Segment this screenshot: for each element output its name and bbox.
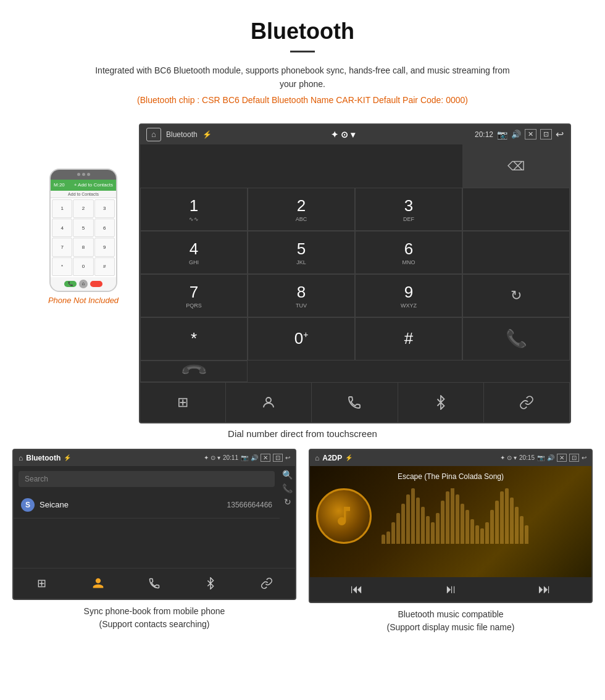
- music-song-title: Escape (The Pina Colada Song): [398, 472, 504, 481]
- screen-title-label: Bluetooth: [166, 130, 198, 139]
- keypad-toolbar-button[interactable]: ⊞: [140, 383, 226, 422]
- phone-device-image: M:20 + Add to Contacts Add to Contacts 1…: [49, 169, 117, 292]
- music-screen-title: A2DP: [322, 454, 342, 462]
- delete-button[interactable]: ⌫: [462, 144, 570, 188]
- music-vol-icon: 🔊: [547, 454, 554, 461]
- camera-icon: 📷: [497, 130, 507, 140]
- pb-caption: Sync phone-book from mobile phone (Suppo…: [12, 605, 296, 631]
- refresh-button[interactable]: ↻: [462, 274, 570, 317]
- music-bt-icon: ✦ ⊙ ▾: [500, 454, 517, 461]
- pb-contacts-btn[interactable]: [70, 569, 126, 599]
- pb-time: 20:11: [223, 454, 238, 461]
- phone-mockup: ⚡ M:20 + Add to Contacts Add to Contacts…: [34, 123, 133, 305]
- music-visualizer: [382, 488, 585, 544]
- phone-toolbar-button[interactable]: [312, 383, 398, 422]
- window-icon[interactable]: ⊡: [540, 129, 552, 140]
- pb-contact-row[interactable]: S Seicane 13566664466: [14, 492, 280, 519]
- dial-key-8[interactable]: 8TUV: [248, 274, 355, 317]
- page-description: Integrated with BC6 Bluetooth module, su…: [93, 64, 512, 91]
- music-close-icon[interactable]: ✕: [557, 454, 567, 462]
- dial-empty-1: [462, 188, 570, 231]
- music-back-icon[interactable]: ↩: [582, 454, 586, 461]
- pb-vol-icon: 🔊: [251, 454, 258, 461]
- phone-not-included-label: Phone Not Included: [34, 296, 133, 305]
- dial-key-7[interactable]: 7PQRS: [140, 274, 248, 317]
- page-title: Bluetooth: [12, 19, 593, 44]
- pb-link-btn[interactable]: [239, 569, 295, 599]
- back-icon[interactable]: ↩: [556, 128, 564, 140]
- music-time: 20:15: [519, 454, 535, 461]
- pb-status-bar: ⌂ Bluetooth ⚡ ✦ ⊙ ▾ 20:11 📷 🔊 ✕ ⊡ ↩: [14, 450, 295, 466]
- play-pause-button[interactable]: ⏯: [444, 582, 457, 596]
- pb-screen-title: Bluetooth: [26, 454, 60, 462]
- page-specs: (Bluetooth chip : CSR BC6 Default Blueto…: [12, 95, 593, 105]
- pb-right-icons: 🔍 📞 ↻: [280, 466, 295, 568]
- dial-caption: Dial number direct from touchscreen: [0, 428, 605, 439]
- bottom-screenshots: ⌂ Bluetooth ⚡ ✦ ⊙ ▾ 20:11 📷 🔊 ✕ ⊡ ↩: [0, 449, 605, 634]
- music-content: Escape (The Pina Colada Song): [310, 466, 591, 577]
- pb-contact-info: S Seicane: [21, 498, 69, 512]
- pb-keypad-btn[interactable]: ⊞: [14, 569, 70, 599]
- pb-call-side-icon[interactable]: 📞: [282, 483, 293, 493]
- call-green-button[interactable]: 📞: [462, 317, 570, 360]
- dial-key-3[interactable]: 3DEF: [355, 188, 462, 231]
- status-right: 20:12 📷 🔊 ✕ ⊡ ↩: [475, 128, 564, 140]
- pb-contact-phone: 13566664466: [227, 501, 272, 509]
- music-album-area: [316, 488, 585, 544]
- svg-point-1: [266, 398, 271, 402]
- usb-icon: ⚡: [202, 130, 212, 139]
- phonebook-screenshot-block: ⌂ Bluetooth ⚡ ✦ ⊙ ▾ 20:11 📷 🔊 ✕ ⊡ ↩: [12, 449, 296, 634]
- car-dial-screen: ⌂ Bluetooth ⚡ ✦ ⊙ ▾ 20:12 📷 🔊 ✕ ⊡ ↩ ⌫: [139, 123, 571, 423]
- phonebook-screen: ⌂ Bluetooth ⚡ ✦ ⊙ ▾ 20:11 📷 🔊 ✕ ⊡ ↩: [12, 449, 296, 600]
- pb-contact-avatar: S: [21, 498, 35, 512]
- dial-key-star[interactable]: *: [140, 317, 248, 360]
- pb-refresh-side-icon[interactable]: ↻: [284, 497, 291, 507]
- dial-grid: ⌫ 1∿∿ 2ABC 3DEF 4GHI 5JKL 6MNO: [140, 144, 570, 382]
- album-art: [316, 488, 372, 544]
- home-icon[interactable]: ⌂: [146, 128, 161, 141]
- dial-empty-2: [462, 231, 570, 274]
- dial-key-6[interactable]: 6MNO: [355, 231, 462, 274]
- screen-status-bar: ⌂ Bluetooth ⚡ ✦ ⊙ ▾ 20:12 📷 🔊 ✕ ⊡ ↩: [140, 125, 570, 144]
- music-screen: ⌂ A2DP ⚡ ✦ ⊙ ▾ 20:15 📷 🔊 ✕ ⊡ ↩ Escape (T…: [309, 449, 593, 603]
- pb-bt-btn[interactable]: [183, 569, 239, 599]
- dial-key-2[interactable]: 2ABC: [248, 188, 355, 231]
- dial-key-0[interactable]: 0+: [248, 317, 355, 360]
- pb-cam-icon: 📷: [241, 454, 248, 461]
- dial-key-4[interactable]: 4GHI: [140, 231, 248, 274]
- pb-win-icon[interactable]: ⊡: [273, 454, 283, 462]
- pb-search-bar[interactable]: Search: [19, 471, 275, 487]
- contacts-toolbar-button[interactable]: [226, 383, 312, 422]
- pb-search-side-icon[interactable]: 🔍: [282, 470, 293, 480]
- music-cam-icon: 📷: [537, 454, 544, 461]
- music-caption: Bluetooth music compatible (Support disp…: [309, 608, 593, 634]
- dial-display: [140, 144, 462, 188]
- pb-spacer: [14, 519, 280, 568]
- bluetooth-toolbar-button[interactable]: [398, 383, 484, 422]
- pb-search-placeholder: Search: [25, 475, 48, 483]
- next-track-button[interactable]: ⏭: [538, 582, 551, 596]
- pb-close-icon[interactable]: ✕: [261, 454, 270, 462]
- bt-status-icon: ✦ ⊙ ▾: [331, 130, 355, 140]
- pb-phone-btn[interactable]: [126, 569, 182, 599]
- pb-contact-name: Seicane: [40, 500, 69, 509]
- title-divider: [290, 51, 315, 52]
- dial-key-hash[interactable]: #: [355, 317, 462, 360]
- pb-back-icon[interactable]: ↩: [285, 454, 290, 461]
- link-toolbar-button[interactable]: [484, 383, 570, 422]
- pb-bt-icon: ✦ ⊙ ▾: [204, 454, 220, 461]
- dial-key-5[interactable]: 5JKL: [248, 231, 355, 274]
- dial-key-1[interactable]: 1∿∿: [140, 188, 248, 231]
- prev-track-button[interactable]: ⏮: [351, 582, 363, 596]
- main-screen-area: ⚡ M:20 + Add to Contacts Add to Contacts…: [0, 123, 605, 423]
- dial-key-9[interactable]: 9WXYZ: [355, 274, 462, 317]
- volume-icon: 🔊: [511, 130, 521, 139]
- page-header: Bluetooth Integrated with BC6 Bluetooth …: [0, 0, 605, 123]
- dial-toolbar: ⊞: [140, 382, 570, 422]
- music-win-icon[interactable]: ⊡: [569, 454, 579, 462]
- time-display: 20:12: [475, 130, 493, 139]
- pb-toolbar: ⊞: [14, 568, 295, 599]
- close-icon[interactable]: ✕: [525, 129, 536, 140]
- status-left: ⌂ Bluetooth ⚡: [146, 128, 212, 141]
- call-end-button[interactable]: 📞: [140, 360, 248, 382]
